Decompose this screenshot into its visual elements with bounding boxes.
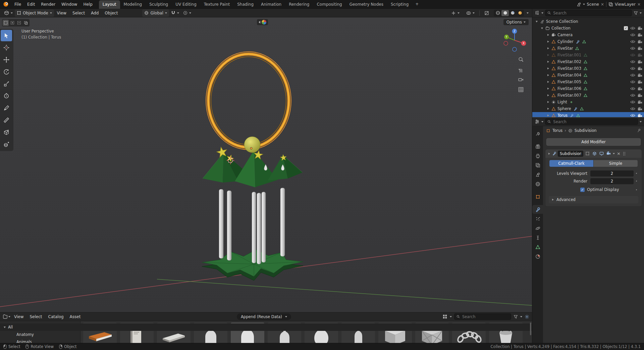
animate-dot-icon[interactable] bbox=[634, 181, 639, 182]
navigation-gizmo[interactable]: Z X Y bbox=[501, 27, 528, 54]
outliner-row[interactable]: FiveStar.007 ✓ bbox=[532, 92, 644, 99]
mesh-data-badge-icon[interactable] bbox=[583, 66, 588, 71]
hide-in-viewport-eye-icon[interactable] bbox=[630, 47, 635, 50]
expand-arrow-icon[interactable] bbox=[546, 41, 550, 43]
disable-in-renders-camera-icon[interactable] bbox=[638, 27, 642, 30]
mesh-data-badge-icon[interactable] bbox=[583, 87, 588, 91]
mesh-data-badge-icon[interactable] bbox=[582, 40, 586, 44]
mesh-data-badge-icon[interactable] bbox=[576, 113, 580, 117]
gear-icon[interactable] bbox=[525, 314, 529, 319]
hide-in-viewport-eye-icon[interactable] bbox=[630, 80, 635, 84]
outliner-row[interactable]: Cylinder ✓ bbox=[532, 38, 644, 45]
modifier-panel-header[interactable]: × bbox=[545, 149, 642, 158]
modifier-badge-icon[interactable] bbox=[573, 107, 578, 111]
asset-search-input[interactable] bbox=[462, 314, 509, 319]
cursor-tool[interactable] bbox=[1, 42, 12, 53]
mesh-data-badge-icon[interactable] bbox=[575, 46, 579, 51]
asset-scrollbar[interactable] bbox=[530, 322, 531, 335]
expand-arrow-icon[interactable] bbox=[546, 34, 550, 36]
unlink-scene-icon[interactable]: × bbox=[601, 2, 604, 7]
disable-in-renders-camera-icon[interactable] bbox=[638, 87, 642, 91]
drag-handle-icon[interactable] bbox=[623, 152, 625, 155]
tab-material[interactable] bbox=[532, 252, 543, 261]
xray-toggle[interactable] bbox=[482, 9, 491, 17]
tab-modifiers[interactable] bbox=[532, 205, 543, 214]
chevron-down-icon[interactable] bbox=[8, 316, 10, 317]
viewport-menu-item[interactable]: Select bbox=[69, 9, 88, 17]
expand-arrow-icon[interactable] bbox=[546, 61, 550, 63]
expand-arrow-icon[interactable] bbox=[546, 47, 550, 49]
expand-arrow-icon[interactable] bbox=[546, 74, 550, 76]
catalog-item[interactable]: Anatomy + bbox=[0, 331, 80, 338]
filter-funnel-icon[interactable] bbox=[514, 314, 518, 319]
outliner-row[interactable]: FiveStar.003 ✓ bbox=[532, 65, 644, 72]
light-data-badge-icon[interactable] bbox=[569, 100, 574, 104]
on-cage-toggle-icon[interactable] bbox=[585, 151, 590, 156]
disable-in-renders-camera-icon[interactable] bbox=[638, 33, 642, 37]
proportional-editing-toggle[interactable] bbox=[181, 9, 193, 17]
3d-scene[interactable] bbox=[0, 17, 532, 312]
shading-material-button[interactable] bbox=[509, 10, 516, 16]
viewport-menu-item[interactable]: Object bbox=[102, 9, 121, 17]
viewport-canvas[interactable]: User Perspective (1) Collection | Torus … bbox=[0, 17, 532, 312]
show-gizmo-toggle[interactable] bbox=[449, 9, 462, 17]
shading-rendered-button[interactable] bbox=[516, 10, 524, 16]
expand-arrow-icon[interactable] bbox=[546, 67, 550, 69]
chevron-down-icon[interactable] bbox=[640, 12, 642, 14]
shading-wireframe-button[interactable] bbox=[494, 10, 501, 16]
menu-item[interactable]: Render bbox=[38, 0, 58, 9]
disable-in-renders-camera-icon[interactable] bbox=[638, 60, 642, 64]
hide-in-viewport-eye-icon[interactable] bbox=[630, 114, 635, 117]
options-button[interactable]: Options bbox=[503, 19, 529, 25]
workspace-tab[interactable]: Geometry Nodes bbox=[346, 0, 387, 9]
zoom-icon[interactable] bbox=[518, 56, 524, 62]
menu-item[interactable]: File bbox=[11, 0, 24, 9]
hide-in-viewport-eye-icon[interactable] bbox=[630, 27, 635, 30]
outliner-row[interactable]: FiveStar.004 ✓ bbox=[532, 72, 644, 79]
material-preview-sphere-icon[interactable] bbox=[262, 20, 266, 24]
hide-in-viewport-eye-icon[interactable] bbox=[630, 53, 635, 57]
rotate-tool[interactable] bbox=[1, 66, 12, 78]
animate-dot-icon[interactable] bbox=[634, 189, 639, 190]
move-tool[interactable] bbox=[1, 54, 12, 65]
tab-render[interactable] bbox=[532, 142, 543, 151]
animate-dot-icon[interactable] bbox=[634, 173, 639, 174]
add-modifier-button[interactable]: Add Modifier bbox=[546, 138, 641, 146]
collection-checkbox[interactable]: ✓ bbox=[624, 26, 628, 30]
outliner-editor-icon[interactable] bbox=[535, 10, 540, 15]
modifier-extras-chevron-icon[interactable] bbox=[613, 153, 615, 154]
disable-in-renders-camera-icon[interactable] bbox=[638, 94, 642, 97]
render-toggle-icon[interactable] bbox=[606, 151, 611, 156]
chevron-down-icon[interactable] bbox=[541, 12, 543, 14]
outliner-row[interactable]: Scene Collection ✓ bbox=[532, 18, 644, 25]
outliner-search[interactable] bbox=[545, 10, 632, 16]
select-mode-subtract-button[interactable] bbox=[16, 20, 22, 26]
expand-arrow-icon[interactable] bbox=[535, 21, 538, 22]
realtime-display-toggle-icon[interactable] bbox=[599, 151, 604, 156]
disable-in-renders-camera-icon[interactable] bbox=[638, 100, 642, 104]
select-mode-extend-button[interactable] bbox=[9, 20, 15, 26]
asset-browser-editor-icon[interactable] bbox=[3, 314, 8, 319]
tab-scene[interactable] bbox=[532, 170, 543, 179]
catalog-item[interactable]: All + bbox=[0, 323, 532, 331]
workspace-tab[interactable]: UV Editing bbox=[172, 0, 200, 9]
outliner-row[interactable]: Camera ✓ bbox=[532, 32, 644, 38]
remove-modifier-button[interactable]: × bbox=[617, 151, 621, 156]
workspace-tab[interactable]: Layout bbox=[99, 0, 120, 9]
workspace-tab[interactable]: Rendering bbox=[285, 0, 313, 9]
blender-logo-icon[interactable] bbox=[0, 1, 11, 7]
viewport-menu-item[interactable]: Add bbox=[88, 9, 102, 17]
add-cube-tool[interactable] bbox=[1, 127, 12, 138]
transform-tool[interactable] bbox=[1, 90, 12, 102]
properties-search-input[interactable] bbox=[552, 119, 636, 124]
disable-in-renders-camera-icon[interactable] bbox=[638, 53, 642, 57]
expand-arrow-icon[interactable] bbox=[546, 101, 550, 103]
asset-search[interactable] bbox=[454, 313, 511, 320]
mesh-data-badge-icon[interactable] bbox=[583, 60, 588, 64]
hide-in-viewport-eye-icon[interactable] bbox=[630, 73, 635, 77]
menu-item[interactable]: Help bbox=[80, 0, 95, 9]
asset-menu-item[interactable]: View bbox=[11, 312, 26, 321]
disable-in-renders-camera-icon[interactable] bbox=[638, 107, 642, 111]
workspace-tab[interactable]: Animation bbox=[257, 0, 285, 9]
tab-object[interactable] bbox=[532, 192, 543, 201]
